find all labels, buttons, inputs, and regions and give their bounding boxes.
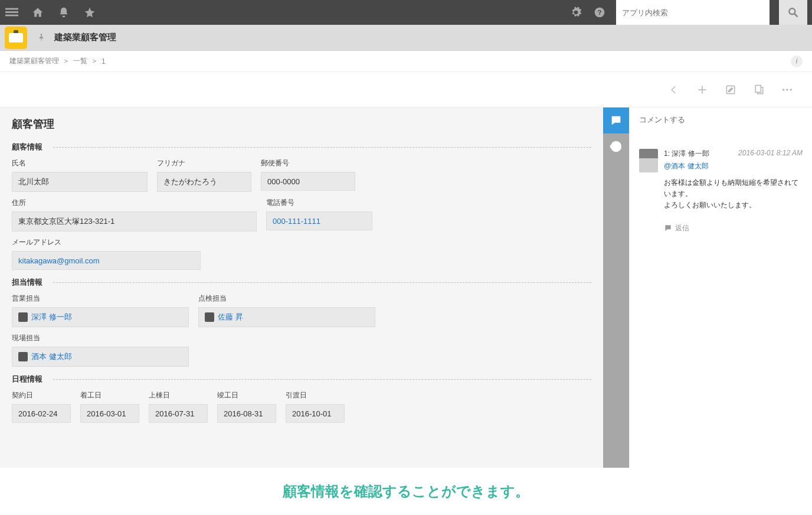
value-phone[interactable]: 000-111-1111 <box>266 211 372 230</box>
prev-record-icon[interactable] <box>667 83 681 97</box>
svg-point-5 <box>789 8 795 14</box>
add-record-icon[interactable] <box>695 83 709 97</box>
bell-icon[interactable] <box>57 5 71 19</box>
page-title: 顧客管理 <box>12 117 591 131</box>
search-button[interactable] <box>779 0 807 25</box>
comment-pane: コメントする 1: 深澤 修一郎 2016-03-01 8:12 AM @酒本 … <box>629 107 812 468</box>
value-inspect-rep[interactable]: 佐藤 昇 <box>198 307 375 327</box>
breadcrumb-app[interactable]: 建築業顧客管理 <box>9 56 59 66</box>
svg-rect-10 <box>755 85 761 92</box>
app-icon <box>5 27 27 49</box>
value-email[interactable]: kitakagawa@gmoil.com <box>12 251 201 270</box>
label-contract-date: 契約日 <box>12 390 71 400</box>
label-handover-date: 引渡日 <box>286 390 345 400</box>
record-actions <box>0 72 812 107</box>
pin-icon[interactable] <box>37 33 46 43</box>
tab-comments[interactable] <box>603 107 629 133</box>
section-customer: 顧客情報 <box>12 142 591 152</box>
svg-point-11 <box>782 89 785 91</box>
label-inspect-rep: 点検担当 <box>198 294 375 304</box>
avatar-icon <box>205 312 214 322</box>
info-icon[interactable]: i <box>791 56 803 67</box>
edit-record-icon[interactable] <box>723 83 738 97</box>
value-handover-date: 2016-10-01 <box>286 404 345 423</box>
menu-icon[interactable] <box>5 5 19 19</box>
value-site-rep[interactable]: 酒本 健太郎 <box>12 347 189 367</box>
reply-button[interactable]: 返信 <box>664 223 803 233</box>
value-contract-date: 2016-02-24 <box>12 404 71 423</box>
label-complete-date: 竣工日 <box>217 390 276 400</box>
svg-rect-2 <box>5 15 18 17</box>
label-name: 氏名 <box>12 158 148 168</box>
search-input[interactable] <box>616 8 770 17</box>
label-postal: 郵便番号 <box>261 158 355 168</box>
svg-point-13 <box>790 89 793 91</box>
page-caption: 顧客情報を確認することができます。 <box>0 468 812 515</box>
comment-author: 1: 深澤 修一郎 <box>664 149 709 159</box>
section-schedule: 日程情報 <box>12 374 591 384</box>
value-name: 北川太郎 <box>12 172 148 192</box>
more-actions-icon[interactable] <box>780 83 794 97</box>
avatar-icon <box>18 352 28 361</box>
svg-text:?: ? <box>597 8 601 16</box>
duplicate-record-icon[interactable] <box>752 83 766 97</box>
home-icon[interactable] <box>31 5 45 19</box>
label-sales-rep: 営業担当 <box>12 294 189 304</box>
breadcrumb: 建築業顧客管理 ＞ 一覧 ＞ 1 i <box>0 51 812 72</box>
value-start-date: 2016-03-01 <box>80 404 139 423</box>
svg-point-12 <box>786 89 788 91</box>
breadcrumb-list[interactable]: 一覧 <box>73 56 87 66</box>
section-assignee: 担当情報 <box>12 277 591 288</box>
comment-item: 1: 深澤 修一郎 2016-03-01 8:12 AM @酒本 健太郎 お客様… <box>639 149 803 233</box>
comment-avatar <box>639 149 658 172</box>
help-icon[interactable]: ? <box>592 5 607 19</box>
comment-compose[interactable]: コメントする <box>639 115 803 125</box>
app-header: 建築業顧客管理 <box>0 25 812 51</box>
record-form: 顧客管理 顧客情報 氏名北川太郎 フリガナきたがわたろう 郵便番号000-000… <box>0 107 603 468</box>
gear-icon[interactable] <box>569 5 583 19</box>
star-icon[interactable] <box>83 5 97 19</box>
breadcrumb-record: 1 <box>102 57 106 66</box>
value-postal: 000-0000 <box>261 172 355 191</box>
value-address: 東京都文京区大塚123-321-1 <box>12 211 257 232</box>
side-rail <box>603 107 629 468</box>
value-kana: きたがわたろう <box>157 172 251 192</box>
value-ridge-date: 2016-07-31 <box>149 404 208 423</box>
svg-line-6 <box>795 14 798 17</box>
label-ridge-date: 上棟日 <box>149 390 208 400</box>
label-address: 住所 <box>12 198 257 208</box>
label-phone: 電話番号 <box>266 198 372 208</box>
avatar-icon <box>18 312 28 322</box>
search-box <box>616 0 770 25</box>
app-title: 建築業顧客管理 <box>54 32 116 43</box>
comment-timestamp: 2016-03-01 8:12 AM <box>738 149 803 159</box>
value-complete-date: 2016-08-31 <box>217 404 276 423</box>
label-site-rep: 現場担当 <box>12 333 189 343</box>
value-sales-rep[interactable]: 深澤 修一郎 <box>12 307 189 327</box>
label-start-date: 着工日 <box>80 390 139 400</box>
svg-rect-1 <box>5 11 18 13</box>
comment-mention[interactable]: @酒本 健太郎 <box>664 161 803 171</box>
svg-rect-0 <box>5 8 18 10</box>
tab-history[interactable] <box>603 133 629 159</box>
comment-text: お客様は金額よりも納期短縮を希望されています。 よろしくお願いいたします。 <box>664 177 803 211</box>
label-email: メールアドレス <box>12 237 201 247</box>
label-kana: フリガナ <box>157 158 251 168</box>
global-topbar: ? <box>0 0 812 25</box>
